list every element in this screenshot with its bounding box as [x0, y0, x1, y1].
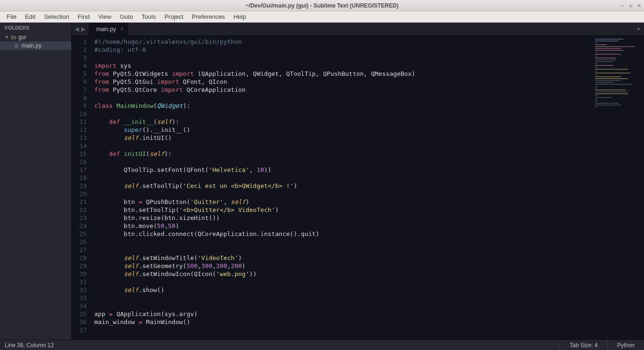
sidebar-header: FOLDERS: [0, 23, 71, 33]
menu-preferences[interactable]: Preferences: [188, 12, 229, 22]
close-button[interactable]: ×: [637, 2, 641, 9]
tab-nav-arrows: ◀ ▶: [72, 23, 89, 35]
status-position[interactable]: Line 38, Column 12: [0, 342, 54, 349]
folder-row-gui[interactable]: ▼ 🗁 gui: [0, 33, 71, 41]
menu-find[interactable]: Find: [74, 12, 93, 22]
titlebar: ~/Dev/Gui/main.py (gui) - Sublime Text (…: [0, 0, 644, 11]
status-tab-size[interactable]: Tab Size: 4: [560, 340, 607, 350]
gutter: 1234567891011121314151617181920212223242…: [72, 36, 91, 340]
file-row-main-py[interactable]: 🗎 main.py: [0, 41, 71, 50]
tab-nav-right-icon[interactable]: ▶: [81, 25, 86, 33]
menu-file[interactable]: File: [3, 12, 20, 22]
menu-help[interactable]: Help: [230, 12, 250, 22]
folder-label: gui: [18, 34, 26, 41]
file-label: main.py: [22, 42, 41, 49]
tab-nav-left-icon[interactable]: ◀: [74, 25, 79, 33]
menu-selection[interactable]: Selection: [40, 12, 73, 22]
tab-close-icon[interactable]: ×: [120, 26, 124, 33]
menu-project[interactable]: Project: [161, 12, 187, 22]
status-syntax[interactable]: Python: [607, 340, 644, 350]
tab-label: main.py: [96, 26, 116, 33]
menu-tools[interactable]: Tools: [138, 12, 159, 22]
window-controls: − + ×: [620, 2, 641, 9]
code[interactable]: #!/home/hugo/.virtualenvs/gui/bin/python…: [91, 36, 644, 340]
menubar: FileEditSelectionFindViewGotoToolsProjec…: [0, 11, 644, 23]
workspace: FOLDERS ▼ 🗁 gui 🗎 main.py ◀ ▶ main.py × …: [0, 23, 644, 340]
tab-row: ◀ ▶ main.py × ▾: [72, 23, 644, 36]
file-icon: 🗎: [14, 43, 19, 49]
minimap[interactable]: [592, 36, 644, 97]
folder-icon: 🗁: [11, 34, 17, 41]
tab-main-py[interactable]: main.py ×: [89, 23, 128, 35]
menu-goto[interactable]: Goto: [116, 12, 137, 22]
code-container[interactable]: 1234567891011121314151617181920212223242…: [72, 36, 644, 340]
window-title: ~/Dev/Gui/main.py (gui) - Sublime Text (…: [246, 2, 399, 9]
maximize-button[interactable]: +: [629, 2, 633, 9]
editor-area: ◀ ▶ main.py × ▾ 123456789101112131415161…: [72, 23, 644, 340]
disclosure-icon: ▼: [5, 35, 9, 40]
minimize-button[interactable]: −: [620, 2, 624, 9]
statusbar: Line 38, Column 12 Tab Size: 4 Python: [0, 340, 644, 350]
menu-view[interactable]: View: [94, 12, 115, 22]
menu-edit[interactable]: Edit: [21, 12, 39, 22]
tab-menu-button[interactable]: ▾: [633, 23, 644, 35]
sidebar: FOLDERS ▼ 🗁 gui 🗎 main.py: [0, 23, 72, 340]
